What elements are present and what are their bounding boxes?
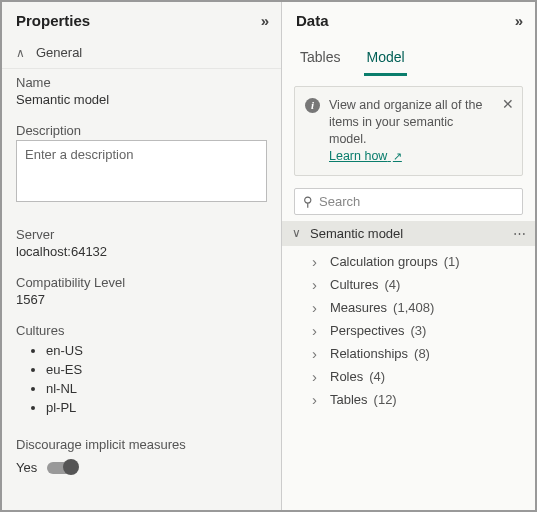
toggle-knob-icon xyxy=(63,459,79,475)
tree-item-count: (1,408) xyxy=(393,300,434,315)
data-title: Data xyxy=(296,12,329,29)
data-tabs: Tables Model xyxy=(282,37,535,76)
info-banner: i ✕ View and organize all of the items i… xyxy=(294,86,523,176)
properties-title: Properties xyxy=(16,12,90,29)
discourage-label: Discourage implicit measures xyxy=(16,437,267,452)
tree-root[interactable]: Semantic model ⋯ xyxy=(282,221,535,246)
tree-item-roles[interactable]: Roles (4) xyxy=(282,365,535,388)
chevron-right-icon xyxy=(312,299,324,316)
tree-item-label: Roles xyxy=(330,369,363,384)
compat-value: 1567 xyxy=(16,292,267,307)
tree-item-count: (4) xyxy=(384,277,400,292)
tree-item-relationships[interactable]: Relationships (8) xyxy=(282,342,535,365)
list-item: pl-PL xyxy=(46,399,267,418)
general-section-header[interactable]: General xyxy=(2,37,281,69)
tree-item-label: Cultures xyxy=(330,277,378,292)
chevron-right-icon xyxy=(312,276,324,293)
server-value: localhost:64132 xyxy=(16,244,267,259)
discourage-toggle[interactable] xyxy=(47,462,77,474)
external-link-icon: ↗ xyxy=(393,150,402,162)
chevron-right-icon xyxy=(312,391,324,408)
tree-root-label: Semantic model xyxy=(310,226,403,241)
description-label: Description xyxy=(16,123,267,138)
learn-how-label: Learn how xyxy=(329,149,387,163)
tree-item-calculation-groups[interactable]: Calculation groups (1) xyxy=(282,250,535,273)
tree-item-label: Tables xyxy=(330,392,368,407)
data-pane: Data » Tables Model i ✕ View and organiz… xyxy=(282,2,535,510)
list-item: nl-NL xyxy=(46,380,267,399)
close-icon[interactable]: ✕ xyxy=(502,95,514,114)
search-icon: ⚲ xyxy=(303,194,313,209)
tree-item-measures[interactable]: Measures (1,408) xyxy=(282,296,535,319)
cultures-list: en-US eu-ES nl-NL pl-PL xyxy=(16,340,267,421)
description-input[interactable] xyxy=(16,140,267,202)
discourage-state: Yes xyxy=(16,460,37,475)
server-label: Server xyxy=(16,227,267,242)
collapse-properties-icon[interactable]: » xyxy=(261,12,269,29)
model-tree: Calculation groups (1) Cultures (4) Meas… xyxy=(282,246,535,415)
search-bar[interactable]: ⚲ xyxy=(294,188,523,215)
tree-item-perspectives[interactable]: Perspectives (3) xyxy=(282,319,535,342)
banner-text: View and organize all of the items in yo… xyxy=(329,98,482,146)
tree-item-label: Relationships xyxy=(330,346,408,361)
properties-pane: Properties » General Name Semantic model… xyxy=(2,2,282,510)
chevron-up-icon xyxy=(16,46,28,60)
general-label: General xyxy=(36,45,82,60)
tree-item-count: (4) xyxy=(369,369,385,384)
chevron-down-icon xyxy=(292,226,304,240)
tree-item-count: (12) xyxy=(374,392,397,407)
tab-model[interactable]: Model xyxy=(364,43,406,76)
tree-item-tables[interactable]: Tables (12) xyxy=(282,388,535,411)
tree-item-label: Perspectives xyxy=(330,323,404,338)
chevron-right-icon xyxy=(312,345,324,362)
tree-item-label: Calculation groups xyxy=(330,254,438,269)
chevron-right-icon xyxy=(312,322,324,339)
collapse-data-icon[interactable]: » xyxy=(515,12,523,29)
name-label: Name xyxy=(16,75,267,90)
tree-item-count: (8) xyxy=(414,346,430,361)
tree-item-count: (3) xyxy=(410,323,426,338)
name-value: Semantic model xyxy=(16,92,267,107)
list-item: en-US xyxy=(46,342,267,361)
cultures-label: Cultures xyxy=(16,323,267,338)
compat-label: Compatibility Level xyxy=(16,275,267,290)
search-input[interactable] xyxy=(319,194,514,209)
tab-tables[interactable]: Tables xyxy=(298,43,342,76)
learn-how-link[interactable]: Learn how ↗ xyxy=(329,149,402,163)
tree-item-cultures[interactable]: Cultures (4) xyxy=(282,273,535,296)
more-icon[interactable]: ⋯ xyxy=(513,226,527,241)
info-icon: i xyxy=(305,98,320,113)
list-item: eu-ES xyxy=(46,361,267,380)
chevron-right-icon xyxy=(312,368,324,385)
tree-item-count: (1) xyxy=(444,254,460,269)
tree-item-label: Measures xyxy=(330,300,387,315)
chevron-right-icon xyxy=(312,253,324,270)
